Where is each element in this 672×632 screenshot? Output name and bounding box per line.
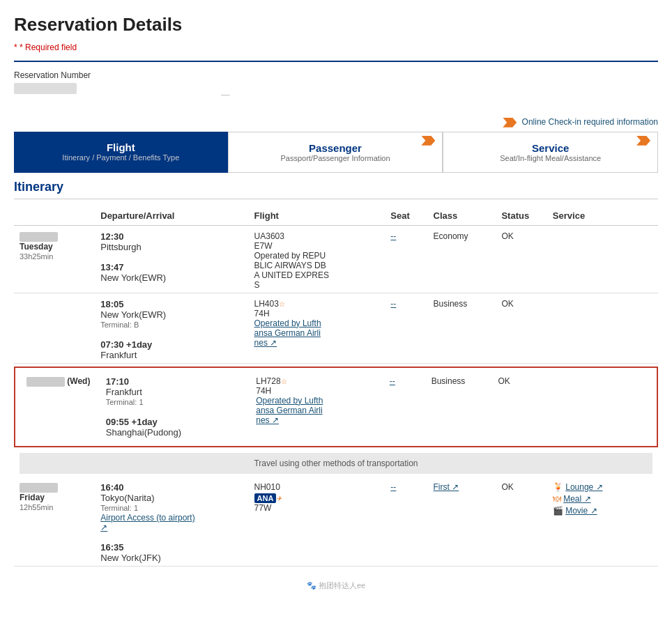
tab-service-title: Service	[450, 142, 650, 154]
dep-terminal-2: Terminal: B	[100, 321, 139, 329]
day-tuesday: Tuesday	[20, 242, 53, 252]
arr-city-friday: New York(JFK)	[100, 553, 161, 563]
seat-link-2[interactable]: --	[390, 299, 396, 309]
itinerary-table: Departure/Arrival Flight Seat Class Stat…	[14, 206, 658, 567]
star-icon-2: ☆	[279, 300, 285, 308]
th-flight: Flight	[249, 206, 385, 226]
movie-icon: 🎬	[553, 506, 563, 516]
status-3: OK	[498, 376, 510, 386]
tab-passenger-title: Passenger	[236, 142, 436, 154]
status-friday: OK	[501, 482, 513, 492]
day-wed: (Wed)	[67, 376, 90, 386]
tab-flight-subtitle: Itinerary / Payment / Benefits Type	[21, 153, 221, 162]
arr-time-friday: 16:35	[100, 542, 123, 553]
page-title: Reservation Details	[14, 14, 658, 36]
arr-time-3: 09:55 +1day	[106, 417, 158, 427]
dep-terminal-friday: Terminal: 1	[100, 504, 138, 512]
watermark: 🐾 抱团特达人ee	[14, 580, 658, 591]
class-3: Business	[432, 376, 466, 386]
th-class: Class	[428, 206, 496, 226]
dep-city-2: New York(EWR)	[100, 309, 166, 320]
aircraft-2: 74H	[254, 309, 270, 318]
tab-service-subtitle: Seat/In-flight Meal/Assistance	[450, 154, 650, 162]
arr-city-1: New York(EWR)	[100, 272, 166, 283]
tab-flight[interactable]: Flight Itinerary / Payment / Benefits Ty…	[14, 132, 228, 173]
dep-city-1: Pittsburgh	[100, 242, 142, 252]
checkin-link[interactable]: Online Check-in required information	[522, 117, 658, 127]
service-meal: 🍽 Meal ↗	[553, 494, 652, 504]
reservation-placeholder: __	[221, 87, 229, 95]
status-1: OK	[501, 231, 513, 241]
airport-access-link[interactable]: Airport Access (to airport)↗	[100, 513, 194, 532]
date-blur-1	[20, 232, 58, 242]
required-text: * Required field	[20, 43, 77, 52]
transport-bar-row: Travel using other methods of transporta…	[14, 450, 658, 477]
itinerary-title: Itinerary	[14, 180, 658, 199]
checkin-bar: Online Check-in required information	[14, 117, 658, 128]
dep-time-3: 17:10	[106, 376, 129, 387]
table-row: Friday 12h55min 16:40 Tokyo(Narita) Term…	[14, 477, 658, 567]
seat-link-1[interactable]: --	[390, 231, 396, 241]
flight-code-2: LH403☆	[254, 299, 285, 309]
movie-link[interactable]: Movie ↗	[565, 506, 597, 516]
checkin-icon	[503, 118, 517, 128]
dep-terminal-3: Terminal: 1	[106, 398, 144, 406]
service-movie: 🎬 Movie ↗	[553, 506, 652, 516]
dep-city-friday: Tokyo(Narita)	[100, 493, 154, 503]
tab-service[interactable]: Service Seat/In-flight Meal/Assistance	[443, 132, 658, 173]
flight-code-1: UA3603	[254, 231, 284, 241]
divider	[14, 61, 658, 62]
day-friday: Friday	[20, 493, 45, 502]
class-2: Business	[434, 299, 468, 309]
operator-link-3[interactable]: Operated by Lufthansa German Airlines ↗	[256, 396, 323, 425]
arr-time-2: 07:30 +1day	[100, 339, 152, 350]
table-row: (Wed) 17:10 Frankfurt Terminal: 1 09:55 …	[14, 363, 658, 450]
date-blur-friday	[20, 483, 58, 493]
dep-city-3: Frankfurt	[106, 387, 142, 397]
dep-time-1: 12:30	[100, 231, 123, 242]
reservation-section: Reservation Number __	[14, 70, 658, 96]
arr-city-3: Shanghai(Pudong)	[106, 427, 181, 438]
seat-link-friday[interactable]: --	[390, 482, 396, 492]
dep-time-friday: 16:40	[100, 482, 123, 493]
th-status: Status	[496, 206, 547, 226]
th-dep-arrival: Departure/Arrival	[95, 206, 248, 226]
lounge-icon: 🍹	[553, 482, 563, 492]
service-lounge: 🍹 Lounge ↗	[553, 482, 652, 492]
transport-bar: Travel using other methods of transporta…	[20, 453, 652, 474]
tabs-container: Flight Itinerary / Payment / Benefits Ty…	[14, 132, 658, 173]
table-row: 18:05 New York(EWR) Terminal: B 07:30 +1…	[14, 293, 658, 363]
th-seat: Seat	[385, 206, 427, 226]
table-row: Tuesday 33h25min 12:30 Pittsburgh 13:47 …	[14, 225, 658, 293]
flight-code-3: LH728☆	[256, 376, 287, 386]
seat-link-3[interactable]: --	[390, 376, 395, 386]
class-friday[interactable]: First ↗	[434, 482, 459, 492]
reservation-number	[14, 83, 77, 94]
itinerary-section: Itinerary Departure/Arrival Flight Seat …	[14, 173, 658, 598]
class-1: Economy	[434, 231, 468, 241]
status-2: OK	[501, 299, 513, 309]
operator-link-2[interactable]: Operated by Lufthansa German Airlines ↗	[254, 318, 321, 348]
tab-flight-title: Flight	[21, 141, 221, 153]
date-blur-3	[26, 377, 65, 387]
star-icon-3: ☆	[281, 378, 287, 385]
flight-code-friday: NH010	[254, 482, 280, 492]
meal-link[interactable]: Meal ↗	[563, 494, 590, 504]
lounge-link[interactable]: Lounge ↗	[565, 482, 602, 492]
duration-friday: 12h55min	[20, 503, 53, 511]
th-service: Service	[547, 206, 658, 226]
arr-city-2: Frankfurt	[100, 350, 137, 360]
dep-time-2: 18:05	[100, 299, 123, 309]
duration-1: 33h25min	[20, 252, 53, 261]
operator-1: Operated by REPUBLIC AIRWAYS DBA UNITED …	[254, 251, 329, 290]
arr-time-1: 13:47	[100, 262, 123, 272]
th-date	[14, 206, 95, 226]
aircraft-friday: 77W	[254, 503, 272, 513]
ana-logo: ANA	[254, 493, 277, 503]
tab-passenger[interactable]: Passenger Passport/Passenger Information	[228, 132, 443, 173]
meal-icon: 🍽	[553, 494, 561, 504]
aircraft-3: 74H	[256, 386, 271, 396]
required-field-label: * * Required field	[14, 43, 658, 52]
reservation-label: Reservation Number	[14, 70, 658, 80]
aircraft-1: E7W	[254, 241, 273, 251]
